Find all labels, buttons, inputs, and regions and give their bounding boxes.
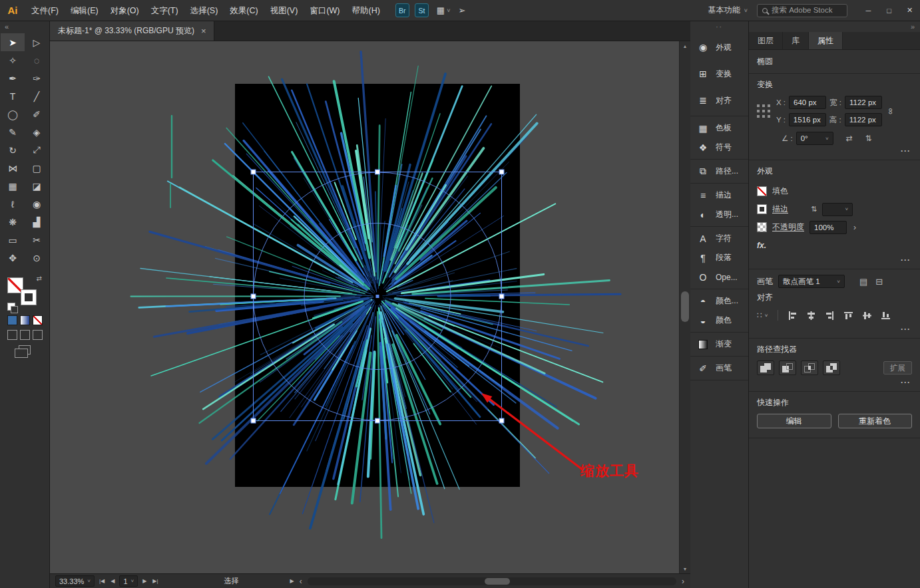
width-tool[interactable]: ⋈ [1,159,25,177]
free-transform-tool[interactable]: ▢ [25,159,49,177]
align-vertical-bottom-button[interactable] [877,309,893,322]
panel-button-character[interactable]: A字符 [690,229,748,248]
pathfinder-intersect-button[interactable] [801,361,818,375]
panel-button-gradient[interactable]: 渐变 [690,335,748,354]
selection-center-point[interactable] [376,295,379,298]
pathfinder-minus-front-button[interactable] [779,361,796,375]
first-artboard-icon[interactable]: |◀ [98,578,106,584]
maximize-button[interactable]: □ [879,0,899,21]
opacity-swatch[interactable] [757,222,767,232]
align-horizontal-left-button[interactable] [784,309,800,322]
align-vertical-top-button[interactable] [840,309,856,322]
menubar-menu-item[interactable]: 编辑(E) [65,0,105,21]
vertical-scrollbar[interactable]: ▲ ▼ [679,41,690,573]
stroke-options-link[interactable]: 描边 [772,204,788,215]
vertical-scrollbar-thumb[interactable] [681,291,689,322]
menubar-menu-item[interactable]: 视图(V) [264,0,304,21]
menubar-menu-item[interactable]: 对象(O) [105,0,145,21]
panel-button-pathfinder[interactable]: ⧉路径... [690,162,748,181]
hand-tool[interactable]: ✥ [1,249,25,267]
previous-artboard-icon[interactable]: ◀ [109,578,116,584]
ellipse-tool[interactable]: ◯ [1,105,25,123]
flip-vertical-icon[interactable]: ⇅ [865,134,872,143]
handle-bottom-right[interactable] [499,418,504,423]
column-graph-tool[interactable]: ▟ [25,213,49,231]
flip-horizontal-icon[interactable]: ⇄ [846,134,853,143]
eyedropper-tool[interactable]: ℓ [1,195,25,213]
gradient-mode-button[interactable] [20,315,30,325]
close-button[interactable]: ✕ [899,0,920,21]
brush-libraries-icon[interactable]: ⊟ [875,277,883,287]
align-more-options[interactable]: ··· [901,325,911,334]
gradient-tool[interactable]: ◪ [25,177,49,195]
align-vertical-center-button[interactable] [859,309,875,322]
scroll-up-icon[interactable]: ▲ [680,41,690,51]
menubar-menu-item[interactable]: 文件(F) [25,0,65,21]
rotation-angle-select[interactable]: 0° ˅ [796,132,833,145]
color-mode-button[interactable] [7,315,17,325]
last-artboard-icon[interactable]: ▶| [151,578,159,584]
panel-button-align[interactable]: ≣对齐 [690,87,748,114]
handle-top-center[interactable] [375,170,380,174]
panel-button-color-guide[interactable]: ◓颜色... [690,291,748,311]
curvature-tool[interactable]: ✑ [25,69,49,87]
tab-libraries[interactable]: 库 [783,32,809,49]
horizontal-scrollbar[interactable] [308,577,676,585]
swap-fill-stroke-icon[interactable]: ⇄ [37,275,42,282]
horizontal-scrollbar-thumb[interactable] [485,578,510,585]
recolor-button[interactable]: 重新着色 [838,414,913,428]
menubar-menu-item[interactable]: 文字(T) [145,0,184,21]
appearance-more-options[interactable]: ··· [901,255,911,265]
line-segment-tool[interactable]: ╱ [25,87,49,105]
bridge-badge[interactable]: Br [395,3,409,17]
stroke-color-swatch[interactable] [757,204,767,214]
handle-bottom-center[interactable] [375,418,380,423]
fill-color-swatch[interactable] [757,186,767,196]
handle-bottom-left[interactable] [251,418,256,423]
align-horizontal-right-button[interactable] [821,309,837,322]
status-options-icon[interactable]: ▶ [290,578,294,584]
scroll-right-icon[interactable]: › [680,577,686,586]
brush-select[interactable]: 散点画笔 1 ˅ [778,275,845,288]
tab-layers[interactable]: 图层 [749,32,783,49]
magic-wand-tool[interactable]: ✧ [1,51,25,69]
menubar-menu-item[interactable]: 帮助(H) [346,0,386,21]
handle-middle-right[interactable] [499,294,504,299]
panel-button-appearance[interactable]: ◉外观 [690,34,748,61]
zoom-tool[interactable]: ⊙ [25,249,49,267]
panel-button-opentype[interactable]: OOpe... [690,267,748,287]
zoom-level-select[interactable]: 33.33% ˅ [55,575,95,587]
width-input[interactable]: 1122 px [845,96,882,109]
artboard-tool[interactable]: ▭ [1,231,25,249]
handle-middle-left[interactable] [251,294,256,299]
pencil-tool[interactable]: ✎ [1,123,25,141]
stroke-weight-stepper[interactable]: ⇅ [811,205,817,214]
draw-behind-button[interactable] [20,330,30,340]
opacity-link[interactable]: 不透明度 [772,221,804,233]
next-artboard-icon[interactable]: ▶ [141,578,148,584]
tab-close-icon[interactable]: × [201,26,206,36]
strip-grip-icon[interactable]: ·· [690,21,748,32]
panel-button-swatches[interactable]: ▦色板 [690,118,748,138]
panel-button-transform[interactable]: ⊞变换 [690,61,748,87]
panel-button-stroke[interactable]: ≡描边 [690,186,748,205]
menubar-menu-item[interactable]: 选择(S) [184,0,224,21]
tab-properties[interactable]: 属性 [809,32,843,49]
panel-collapse-icon[interactable]: » [911,23,915,31]
panel-button-transparency[interactable]: ◐透明... [690,205,748,224]
menubar-menu-item[interactable]: 效果(C) [224,0,264,21]
pathfinder-unite-button[interactable] [757,361,774,375]
share-button[interactable]: ➢ [458,5,465,15]
height-input[interactable]: 1122 px [845,113,882,126]
selection-tool[interactable]: ➤ [1,33,25,51]
scale-tool[interactable]: ⤢ [25,141,49,159]
stock-search-input[interactable]: 搜索 Adobe Stock [757,4,847,17]
arrange-documents-button[interactable]: ▦ ˅ [437,5,451,15]
draw-normal-button[interactable] [7,330,17,340]
canvas[interactable]: 缩放工具 ▲ ▼ [50,41,690,573]
slice-tool[interactable]: ✂ [25,231,49,249]
direct-selection-tool[interactable]: ▷ [25,33,49,51]
constrain-proportions-icon[interactable]: ∞ [886,108,896,114]
stroke-swatch[interactable] [21,289,37,305]
panel-button-paragraph[interactable]: ¶段落 [690,248,748,267]
